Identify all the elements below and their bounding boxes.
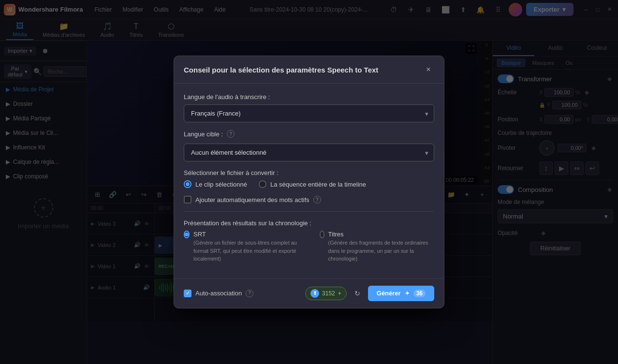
credit-value: 3152: [322, 290, 335, 297]
generate-label: Générer: [377, 290, 401, 297]
output-titles-radio[interactable]: Titres (Génère des fragments de texte or…: [320, 231, 434, 263]
file-select-label: Sélectionner le fichier à convertir :: [184, 169, 434, 176]
radio-titles-circle: [320, 231, 324, 238]
dialog-close-button[interactable]: ×: [423, 64, 434, 75]
target-lang-help-icon[interactable]: ?: [227, 130, 235, 138]
generate-button[interactable]: Générer ✦ 36: [368, 286, 434, 301]
option-timeline[interactable]: La séquence entière de la timeline: [259, 180, 366, 188]
credit-plus-label: +: [338, 290, 341, 297]
radio-timeline-circle: [259, 180, 266, 188]
auto-assoc-help-icon[interactable]: ?: [246, 290, 253, 297]
target-lang-select-wrapper: Aucun élément sélectionné Français (Fran…: [184, 144, 434, 161]
refresh-button[interactable]: ↻: [352, 288, 363, 299]
dialog-overlay: Conseil pour la sélection des paramètres…: [0, 0, 618, 364]
output-titles: Titres (Génère des fragments de texte or…: [320, 231, 434, 263]
radio-srt-circle: [184, 231, 190, 238]
audio-lang-label: Langue de l'audio à transcrire :: [184, 93, 434, 101]
auto-words-help-icon[interactable]: ?: [313, 196, 321, 204]
footer-left: ✓ Auto-association ?: [184, 290, 253, 297]
audio-lang-select-wrapper: Français (France) English (US) Español: [184, 104, 434, 122]
titles-label: Titres: [328, 231, 434, 238]
auto-assoc-row: ✓ Auto-association ?: [184, 290, 253, 297]
option-clip[interactable]: Le clip sélectionné: [184, 180, 247, 188]
file-radio-group: Le clip sélectionné La séquence entière …: [184, 180, 434, 188]
footer-right: ⬆ 3152 + ↻ Générer ✦ 36: [305, 286, 434, 301]
speech-to-text-dialog: Conseil pour la sélection des paramètres…: [174, 56, 444, 308]
auto-words-checkbox[interactable]: [184, 196, 191, 204]
dialog-footer: ✓ Auto-association ? ⬆ 3152 + ↻ Générer …: [174, 278, 444, 308]
target-lang-label: Langue cible : ?: [184, 130, 434, 138]
audio-lang-select[interactable]: Français (France) English (US) Español: [184, 104, 434, 122]
dialog-divider: [184, 211, 434, 212]
credit-icon-symbol: ⬆: [313, 290, 317, 296]
titles-desc: (Génère des fragments de texte ordinaire…: [328, 239, 434, 263]
output-srt: SRT (Génère un fichier de sous-titres co…: [184, 231, 308, 263]
dialog-body: Langue de l'audio à transcrire : Françai…: [174, 84, 444, 278]
generate-star-icon: ✦: [405, 290, 410, 297]
target-lang-select[interactable]: Aucun élément sélectionné Français (Fran…: [184, 144, 434, 161]
credit-badge: ⬆ 3152 +: [305, 287, 347, 300]
generate-count: 36: [413, 290, 426, 297]
radio-clip-circle: [184, 180, 191, 188]
srt-desc: (Génère un fichier de sous-titres comple…: [193, 239, 308, 263]
auto-words-row: Ajouter automatiquement des mots actifs …: [184, 196, 434, 204]
dialog-title: Conseil pour la sélection des paramètres…: [184, 66, 378, 74]
dialog-header: Conseil pour la sélection des paramètres…: [174, 56, 444, 84]
output-srt-radio[interactable]: SRT (Génère un fichier de sous-titres co…: [184, 231, 308, 263]
srt-label: SRT: [193, 231, 308, 238]
credit-plus-icon[interactable]: ⬆: [310, 289, 319, 298]
output-options: SRT (Génère un fichier de sous-titres co…: [184, 231, 434, 269]
auto-assoc-checkbox[interactable]: ✓: [184, 290, 191, 297]
results-label: Présentation des résultats sur la chrono…: [184, 219, 434, 227]
